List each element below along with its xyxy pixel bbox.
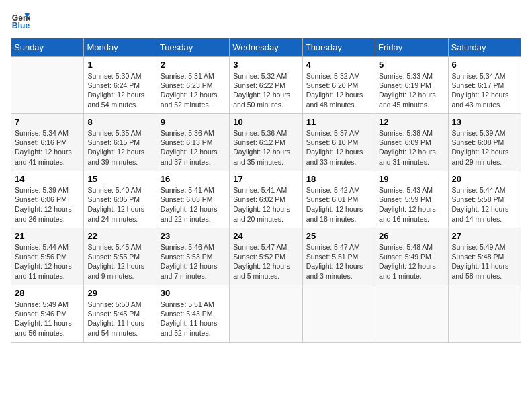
day-info: Sunrise: 5:51 AM Sunset: 5:43 PM Dayligh… bbox=[161, 300, 226, 338]
calendar-cell: 7Sunrise: 5:34 AM Sunset: 6:16 PM Daylig… bbox=[11, 114, 84, 171]
weekday-header: Monday bbox=[84, 38, 157, 57]
calendar-cell: 10Sunrise: 5:36 AM Sunset: 6:12 PM Dayli… bbox=[230, 114, 302, 171]
day-info: Sunrise: 5:38 AM Sunset: 6:09 PM Dayligh… bbox=[379, 128, 444, 167]
day-number: 13 bbox=[452, 117, 517, 127]
calendar-cell: 26Sunrise: 5:48 AM Sunset: 5:49 PM Dayli… bbox=[375, 228, 448, 285]
weekday-header: Thursday bbox=[302, 38, 375, 57]
day-info: Sunrise: 5:41 AM Sunset: 6:02 PM Dayligh… bbox=[233, 185, 298, 224]
day-info: Sunrise: 5:35 AM Sunset: 6:15 PM Dayligh… bbox=[87, 128, 152, 167]
day-info: Sunrise: 5:50 AM Sunset: 5:45 PM Dayligh… bbox=[87, 300, 152, 338]
calendar-cell: 20Sunrise: 5:44 AM Sunset: 5:58 PM Dayli… bbox=[448, 171, 521, 228]
day-info: Sunrise: 5:41 AM Sunset: 6:03 PM Dayligh… bbox=[161, 185, 226, 224]
day-info: Sunrise: 5:40 AM Sunset: 6:05 PM Dayligh… bbox=[87, 185, 152, 224]
weekday-header: Friday bbox=[375, 38, 448, 57]
day-info: Sunrise: 5:48 AM Sunset: 5:49 PM Dayligh… bbox=[379, 242, 444, 281]
day-info: Sunrise: 5:36 AM Sunset: 6:12 PM Dayligh… bbox=[233, 128, 298, 167]
calendar-cell: 28Sunrise: 5:49 AM Sunset: 5:46 PM Dayli… bbox=[11, 285, 84, 342]
logo-icon: General Blue bbox=[11, 11, 30, 30]
day-number: 20 bbox=[452, 174, 517, 184]
day-info: Sunrise: 5:34 AM Sunset: 6:17 PM Dayligh… bbox=[452, 71, 517, 109]
calendar-cell: 12Sunrise: 5:38 AM Sunset: 6:09 PM Dayli… bbox=[375, 114, 448, 171]
day-info: Sunrise: 5:45 AM Sunset: 5:55 PM Dayligh… bbox=[87, 242, 152, 281]
day-number: 5 bbox=[379, 60, 444, 70]
calendar-cell: 8Sunrise: 5:35 AM Sunset: 6:15 PM Daylig… bbox=[84, 114, 157, 171]
day-info: Sunrise: 5:44 AM Sunset: 5:56 PM Dayligh… bbox=[15, 242, 80, 281]
calendar-cell bbox=[11, 57, 84, 114]
day-info: Sunrise: 5:49 AM Sunset: 5:46 PM Dayligh… bbox=[15, 300, 80, 338]
day-info: Sunrise: 5:30 AM Sunset: 6:24 PM Dayligh… bbox=[87, 71, 152, 109]
calendar-cell: 22Sunrise: 5:45 AM Sunset: 5:55 PM Dayli… bbox=[84, 228, 157, 285]
day-number: 30 bbox=[161, 288, 226, 298]
day-number: 24 bbox=[233, 231, 298, 241]
day-number: 25 bbox=[306, 231, 371, 241]
day-number: 4 bbox=[306, 60, 371, 70]
page-header: General Blue bbox=[11, 11, 521, 30]
day-info: Sunrise: 5:47 AM Sunset: 5:51 PM Dayligh… bbox=[306, 242, 371, 281]
calendar-cell bbox=[448, 285, 521, 342]
day-number: 17 bbox=[233, 174, 298, 184]
calendar-cell: 1Sunrise: 5:30 AM Sunset: 6:24 PM Daylig… bbox=[84, 57, 157, 114]
day-info: Sunrise: 5:43 AM Sunset: 5:59 PM Dayligh… bbox=[379, 185, 444, 224]
calendar-cell: 5Sunrise: 5:33 AM Sunset: 6:19 PM Daylig… bbox=[375, 57, 448, 114]
calendar-table: SundayMondayTuesdayWednesdayThursdayFrid… bbox=[11, 38, 521, 342]
weekday-header: Sunday bbox=[11, 38, 84, 57]
day-number: 2 bbox=[161, 60, 226, 70]
logo: General Blue bbox=[11, 11, 32, 30]
day-number: 16 bbox=[161, 174, 226, 184]
calendar-cell: 16Sunrise: 5:41 AM Sunset: 6:03 PM Dayli… bbox=[157, 171, 229, 228]
calendar-cell: 11Sunrise: 5:37 AM Sunset: 6:10 PM Dayli… bbox=[302, 114, 375, 171]
calendar-cell: 21Sunrise: 5:44 AM Sunset: 5:56 PM Dayli… bbox=[11, 228, 84, 285]
calendar-cell: 23Sunrise: 5:46 AM Sunset: 5:53 PM Dayli… bbox=[157, 228, 229, 285]
day-info: Sunrise: 5:32 AM Sunset: 6:22 PM Dayligh… bbox=[233, 71, 298, 109]
day-number: 10 bbox=[233, 117, 298, 127]
day-number: 21 bbox=[15, 231, 80, 241]
day-number: 28 bbox=[15, 288, 80, 298]
day-info: Sunrise: 5:31 AM Sunset: 6:23 PM Dayligh… bbox=[161, 71, 226, 109]
day-info: Sunrise: 5:47 AM Sunset: 5:52 PM Dayligh… bbox=[233, 242, 298, 281]
calendar-cell: 25Sunrise: 5:47 AM Sunset: 5:51 PM Dayli… bbox=[302, 228, 375, 285]
day-number: 14 bbox=[15, 174, 80, 184]
day-number: 26 bbox=[379, 231, 444, 241]
calendar-cell: 13Sunrise: 5:39 AM Sunset: 6:08 PM Dayli… bbox=[448, 114, 521, 171]
day-info: Sunrise: 5:32 AM Sunset: 6:20 PM Dayligh… bbox=[306, 71, 371, 109]
calendar-cell: 4Sunrise: 5:32 AM Sunset: 6:20 PM Daylig… bbox=[302, 57, 375, 114]
day-number: 9 bbox=[161, 117, 226, 127]
calendar-cell: 15Sunrise: 5:40 AM Sunset: 6:05 PM Dayli… bbox=[84, 171, 157, 228]
calendar-cell: 27Sunrise: 5:49 AM Sunset: 5:48 PM Dayli… bbox=[448, 228, 521, 285]
day-number: 29 bbox=[87, 288, 152, 298]
weekday-header: Tuesday bbox=[157, 38, 229, 57]
day-info: Sunrise: 5:42 AM Sunset: 6:01 PM Dayligh… bbox=[306, 185, 371, 224]
svg-text:Blue: Blue bbox=[12, 21, 30, 30]
weekday-header: Saturday bbox=[448, 38, 521, 57]
calendar-cell: 17Sunrise: 5:41 AM Sunset: 6:02 PM Dayli… bbox=[230, 171, 302, 228]
day-number: 19 bbox=[379, 174, 444, 184]
day-info: Sunrise: 5:44 AM Sunset: 5:58 PM Dayligh… bbox=[452, 185, 517, 224]
calendar-cell bbox=[375, 285, 448, 342]
calendar-cell: 18Sunrise: 5:42 AM Sunset: 6:01 PM Dayli… bbox=[302, 171, 375, 228]
day-info: Sunrise: 5:49 AM Sunset: 5:48 PM Dayligh… bbox=[452, 242, 517, 281]
calendar-cell bbox=[230, 285, 302, 342]
day-number: 3 bbox=[233, 60, 298, 70]
day-number: 11 bbox=[306, 117, 371, 127]
day-info: Sunrise: 5:39 AM Sunset: 6:08 PM Dayligh… bbox=[452, 128, 517, 167]
calendar-cell: 29Sunrise: 5:50 AM Sunset: 5:45 PM Dayli… bbox=[84, 285, 157, 342]
day-info: Sunrise: 5:34 AM Sunset: 6:16 PM Dayligh… bbox=[15, 128, 80, 167]
day-number: 15 bbox=[87, 174, 152, 184]
day-number: 1 bbox=[87, 60, 152, 70]
day-number: 12 bbox=[379, 117, 444, 127]
day-number: 8 bbox=[87, 117, 152, 127]
day-info: Sunrise: 5:37 AM Sunset: 6:10 PM Dayligh… bbox=[306, 128, 371, 167]
calendar-cell: 9Sunrise: 5:36 AM Sunset: 6:13 PM Daylig… bbox=[157, 114, 229, 171]
calendar-cell bbox=[302, 285, 375, 342]
calendar-cell: 24Sunrise: 5:47 AM Sunset: 5:52 PM Dayli… bbox=[230, 228, 302, 285]
day-info: Sunrise: 5:33 AM Sunset: 6:19 PM Dayligh… bbox=[379, 71, 444, 109]
day-number: 6 bbox=[452, 60, 517, 70]
day-info: Sunrise: 5:36 AM Sunset: 6:13 PM Dayligh… bbox=[161, 128, 226, 167]
calendar-cell: 2Sunrise: 5:31 AM Sunset: 6:23 PM Daylig… bbox=[157, 57, 229, 114]
day-number: 22 bbox=[87, 231, 152, 241]
day-number: 27 bbox=[452, 231, 517, 241]
day-info: Sunrise: 5:39 AM Sunset: 6:06 PM Dayligh… bbox=[15, 185, 80, 224]
weekday-header: Wednesday bbox=[230, 38, 302, 57]
calendar-cell: 30Sunrise: 5:51 AM Sunset: 5:43 PM Dayli… bbox=[157, 285, 229, 342]
day-number: 7 bbox=[15, 117, 80, 127]
